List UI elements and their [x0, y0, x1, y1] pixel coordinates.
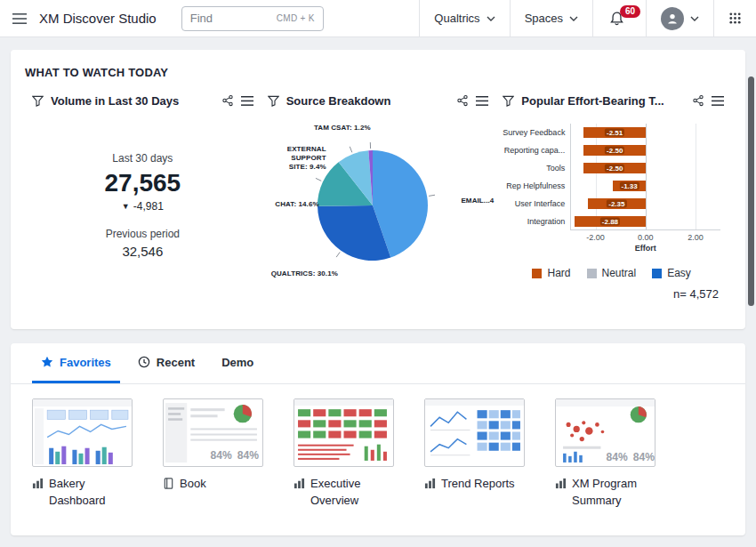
bar-category-label: Rep Helpfulness	[503, 177, 570, 195]
widgets-row: Volume in Last 30 Days Last 30 days 27,5…	[25, 92, 731, 302]
bar-value-label: -2.50	[605, 147, 624, 155]
pie-label-tam-csat: TAM CSAT: 1.2%	[294, 124, 371, 133]
effort-bar[interactable]: -2.51	[583, 127, 646, 138]
source-pie-chart: TAM CSAT: 1.2% EXTERNAL SUPPORT SITE: 9.…	[268, 113, 489, 302]
x-axis-ticks: -2.000.002.00	[570, 230, 720, 242]
preview-percent: 84%	[633, 451, 655, 463]
legend-item-hard[interactable]: Hard	[532, 267, 570, 279]
widget-menu-icon[interactable]	[712, 96, 724, 106]
tab-demo[interactable]: Demo	[213, 343, 262, 383]
list-item-xm-program-summary[interactable]: 84% 84% XM Program Summary	[555, 398, 655, 510]
tab-recent[interactable]: Recent	[129, 343, 204, 383]
widget-effort-topics: Popular Effort-Bearing T... Survey Feedb…	[495, 92, 731, 302]
widget-menu-icon[interactable]	[476, 96, 488, 106]
avatar	[661, 7, 684, 30]
bar-chart-icon	[294, 478, 305, 510]
bar-category-label: Reporting capa...	[503, 141, 570, 159]
list-item-book[interactable]: 84% 84% Book	[163, 398, 263, 510]
tab-favorites[interactable]: Favorites	[32, 343, 120, 383]
dashboard-thumbnail[interactable]	[294, 398, 394, 467]
account-menu[interactable]	[646, 0, 713, 36]
filter-icon[interactable]	[268, 95, 279, 107]
widget-header: Popular Effort-Bearing T...	[503, 92, 724, 109]
pie-chart-svg	[310, 143, 435, 268]
global-menu-button[interactable]	[0, 0, 39, 36]
share-icon[interactable]	[456, 94, 469, 107]
effort-bar[interactable]: -2.50	[583, 145, 646, 156]
dashboard-name[interactable]: XM Program Summary	[555, 476, 655, 510]
legend-label: Hard	[547, 267, 570, 279]
effort-bar[interactable]: -1.33	[613, 181, 646, 191]
pie-leader-line	[429, 195, 435, 196]
panel-heading: WHAT TO WATCH TODAY	[25, 66, 731, 79]
chevron-down-icon	[690, 16, 699, 21]
notifications-button[interactable]: 60	[592, 0, 646, 36]
list-item-trend-reports[interactable]: Trend Reports	[424, 398, 525, 510]
widget-title: Popular Effort-Bearing T...	[521, 94, 685, 108]
spaces-menu-label: Spaces	[525, 12, 563, 25]
dashboard-name-text: Bakery Dashboard	[49, 476, 133, 510]
pie-label-chat: CHAT: 14.6%	[268, 200, 319, 209]
apps-grid-icon	[728, 12, 742, 25]
dashboard-thumbnail[interactable]: 84% 84%	[163, 398, 263, 467]
filter-icon[interactable]	[503, 95, 514, 107]
spaces-menu[interactable]: Spaces	[510, 0, 592, 36]
list-item-executive-overview[interactable]: Executive Overview	[294, 398, 394, 510]
bar-value-label: -2.88	[600, 218, 620, 226]
dashboard-thumbnail[interactable]	[424, 398, 525, 467]
share-icon[interactable]	[692, 94, 704, 107]
bar-chart-icon	[32, 478, 44, 510]
dashboard-name[interactable]: Executive Overview	[294, 476, 394, 510]
dashboard-thumbnail[interactable]	[32, 398, 133, 467]
effort-bar[interactable]: -2.35	[588, 198, 647, 209]
apps-grid-button[interactable]	[713, 0, 756, 36]
axis-tick-label: 2.00	[688, 233, 704, 242]
axis-tick-label: 0.00	[638, 233, 654, 242]
bar-value-label: -2.50	[605, 165, 624, 173]
preview-percent: 84%	[607, 451, 628, 463]
widget-title: Source Breakdown	[286, 94, 450, 108]
scrollbar-thumb[interactable]	[748, 76, 754, 306]
gridline	[696, 124, 696, 229]
widget-menu-icon[interactable]	[241, 96, 253, 106]
delta-value: -4,981	[133, 200, 164, 213]
widget-volume: Volume in Last 30 Days Last 30 days 27,5…	[25, 92, 261, 302]
dashboard-name[interactable]: Bakery Dashboard	[32, 476, 133, 510]
list-item-bakery-dashboard[interactable]: Bakery Dashboard	[32, 398, 133, 510]
effort-bar[interactable]: -2.50	[583, 163, 646, 173]
effort-bar-chart: Survey FeedbackReporting capa...ToolsRep…	[503, 124, 724, 301]
chart-legend: HardNeutralEasy	[503, 267, 720, 279]
legend-item-easy[interactable]: Easy	[652, 267, 691, 279]
library-tabs: Favorites Recent Demo	[11, 343, 745, 384]
legend-swatch	[652, 269, 662, 278]
dashboard-name-text: Executive Overview	[310, 476, 394, 510]
volume-value: 27,565	[32, 169, 253, 197]
volume-metric: Last 30 days 27,565 ▼ -4,981 Previous pe…	[32, 152, 253, 259]
dashboard-name[interactable]: Book	[163, 476, 263, 493]
bar-category-label: Integration	[503, 213, 570, 230]
widget-source-breakdown: Source Breakdown TAM CSAT: 1.2% EXTERNAL…	[261, 92, 496, 302]
notification-count-badge: 60	[620, 5, 640, 18]
legend-label: Neutral	[602, 267, 637, 279]
global-search[interactable]: CMD + K	[181, 6, 324, 31]
dashboard-name[interactable]: Trend Reports	[424, 476, 525, 493]
qualtrics-menu[interactable]: Qualtrics	[419, 0, 509, 36]
search-input[interactable]	[190, 12, 271, 25]
star-icon	[41, 356, 53, 368]
legend-swatch	[532, 269, 542, 278]
legend-item-neutral[interactable]: Neutral	[587, 267, 637, 279]
filter-icon[interactable]	[32, 95, 44, 107]
previous-period-value: 32,546	[32, 244, 253, 259]
topbar-spacer	[324, 0, 420, 36]
preview-percent: 84%	[210, 449, 231, 462]
volume-delta: ▼ -4,981	[32, 200, 253, 213]
effort-bar[interactable]: -2.88	[575, 216, 646, 227]
widget-header: Volume in Last 30 Days	[32, 92, 253, 109]
share-icon[interactable]	[221, 94, 234, 107]
gridline	[596, 124, 597, 229]
dashboard-thumbnail[interactable]: 84% 84%	[555, 398, 655, 467]
app-title: XM Discover Studio	[39, 0, 157, 36]
search-shortcut-hint: CMD + K	[277, 13, 315, 23]
x-axis-label: Effort	[570, 244, 720, 253]
tab-label: Favorites	[60, 356, 111, 369]
